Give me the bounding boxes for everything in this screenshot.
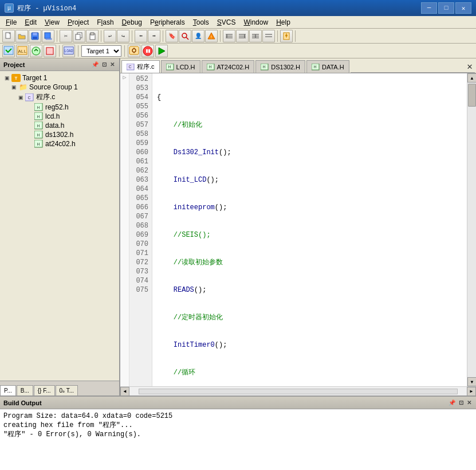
svg-text:H: H <box>168 65 171 69</box>
alert-button[interactable]: ! <box>205 30 218 42</box>
find-button[interactable] <box>179 30 191 42</box>
expander-target1[interactable]: ▣ <box>5 75 11 81</box>
minimize-button[interactable]: ─ <box>421 2 437 14</box>
tab-templates[interactable]: 0ₐ T... <box>56 385 78 395</box>
expander-source-group[interactable]: ▣ <box>11 84 18 90</box>
separator-4 <box>163 30 163 42</box>
svg-point-35 <box>32 47 40 55</box>
scroll-thumb[interactable] <box>468 84 476 107</box>
person-button[interactable]: 👤 <box>192 30 204 42</box>
tab-books[interactable]: B... <box>17 385 33 395</box>
menu-peripherals[interactable]: Peripherals <box>147 17 188 28</box>
tree-item-main-c[interactable]: ▣ C 程序.c <box>0 92 119 103</box>
tab-data-h[interactable]: H DATA.H <box>306 60 349 73</box>
svg-rect-7 <box>76 34 80 40</box>
scroll-up-button[interactable]: ▲ <box>467 73 476 83</box>
panel-float-button[interactable]: ⊡ <box>101 61 108 68</box>
cut-button[interactable]: ✂ <box>60 30 72 42</box>
svg-line-11 <box>186 37 188 40</box>
linenum-067: 067 <box>129 212 152 221</box>
build-button[interactable]: ALL <box>16 45 29 57</box>
fold-empty-063 <box>120 174 129 183</box>
linenum-071: 071 <box>129 249 152 258</box>
tree-item-source-group-1[interactable]: ▣ 📁 Source Group 1 <box>0 83 119 92</box>
outdent-button[interactable] <box>236 30 249 42</box>
tab-lcd-h-label: LCD.H <box>176 64 195 70</box>
outdent2-button[interactable] <box>262 30 275 42</box>
menu-tools[interactable]: Tools <box>190 17 213 28</box>
svg-point-29 <box>285 34 288 37</box>
menu-flash[interactable]: Flash <box>93 17 117 28</box>
fold-empty-072 <box>120 257 129 266</box>
menu-help[interactable]: Help <box>273 17 294 28</box>
build-float-button[interactable]: ⊡ <box>458 399 465 406</box>
paste-button[interactable] <box>86 30 99 42</box>
scroll-left-button[interactable]: ◀ <box>120 387 129 396</box>
build-pin-button[interactable]: 📌 <box>447 399 457 406</box>
tree-item-reg52[interactable]: ▸ H reg52.h <box>0 103 119 112</box>
bookmark-button[interactable]: 🔖 <box>166 30 178 42</box>
close-button[interactable]: ✕ <box>455 2 471 14</box>
menu-view[interactable]: View <box>41 17 63 28</box>
vertical-scrollbar[interactable]: ▲ ▼ <box>467 73 476 386</box>
maximize-button[interactable]: □ <box>438 2 454 14</box>
svg-text:H: H <box>37 105 40 109</box>
options-button[interactable] <box>128 45 140 57</box>
config-button[interactable] <box>280 30 293 42</box>
download-button[interactable]: LOAD <box>62 45 75 57</box>
folder-icon: 📁 <box>18 83 27 91</box>
save-all-button[interactable] <box>42 30 54 42</box>
tree-item-target1[interactable]: ▣ T Target 1 <box>0 73 119 83</box>
debug-stop-button[interactable] <box>155 45 168 57</box>
scroll-down-button[interactable]: ▼ <box>467 377 476 386</box>
nav-forward-button[interactable]: ➡ <box>148 30 160 42</box>
panel-pin-button[interactable]: 📌 <box>91 61 100 68</box>
tab-functions[interactable]: {} F... <box>34 385 55 395</box>
menu-debug[interactable]: Debug <box>119 17 145 28</box>
save-button[interactable] <box>29 30 41 42</box>
linenum-064: 064 <box>129 185 152 194</box>
menu-edit[interactable]: Edit <box>21 17 40 28</box>
code-line-062: //循环 <box>157 368 462 377</box>
menu-project[interactable]: Project <box>64 17 92 28</box>
tab-at24c02-h[interactable]: H AT24C02.H <box>202 60 255 73</box>
copy-button[interactable] <box>73 30 85 42</box>
scroll-right-button[interactable]: ▶ <box>467 387 476 396</box>
scroll-track[interactable] <box>467 83 476 377</box>
build-close-button[interactable]: ✕ <box>466 399 473 406</box>
target-selector[interactable]: Target 1 <box>81 45 121 57</box>
title-controls[interactable]: ─ □ ✕ <box>421 2 471 14</box>
indent2-button[interactable] <box>249 30 262 42</box>
tree-item-data[interactable]: ▸ H data.h <box>0 121 119 130</box>
compile-button[interactable] <box>2 45 15 57</box>
tree-item-lcd[interactable]: ▸ H lcd.h <box>0 112 119 121</box>
svg-text:H: H <box>263 65 266 69</box>
tab-main-c[interactable]: C 程序.c <box>121 60 160 73</box>
tree-item-ds1302[interactable]: ▸ H ds1302.h <box>0 130 119 139</box>
rebuild-button[interactable] <box>30 45 42 57</box>
tab-lcd-h-icon: H <box>166 64 174 70</box>
tab-lcd-h[interactable]: H LCD.H <box>161 60 200 73</box>
editor-close-button[interactable]: ✕ <box>467 61 473 72</box>
menu-window[interactable]: Window <box>240 17 272 28</box>
expander-main-c[interactable]: ▣ <box>18 95 25 100</box>
new-file-button[interactable] <box>2 30 15 42</box>
open-file-button[interactable] <box>15 30 28 42</box>
stop-build-button[interactable] <box>44 45 56 57</box>
redo-button[interactable]: ↪ <box>117 30 129 42</box>
horizontal-scrollbar[interactable]: ◀ ▶ <box>120 386 476 395</box>
undo-button[interactable]: ↩ <box>104 30 116 42</box>
line-numbers: 052 053 054 055 056 057 058 059 060 061 … <box>129 73 152 386</box>
panel-close-button[interactable]: ✕ <box>109 61 116 68</box>
menu-file[interactable]: File <box>2 17 20 28</box>
tree-item-at24c02[interactable]: ▸ H at24c02.h <box>0 139 119 148</box>
h-scroll-track[interactable] <box>139 389 458 394</box>
code-editor[interactable]: { //初始化 Ds1302_Init(); Init_LCD(); inite… <box>152 73 467 386</box>
tab-project[interactable]: P... <box>0 385 16 395</box>
nav-back-button[interactable]: ⬅ <box>135 30 147 42</box>
project-panel-header: Project 📌 ⊡ ✕ <box>0 58 119 71</box>
tab-ds1302-h[interactable]: H DS1302.H <box>255 60 305 73</box>
menu-svcs[interactable]: SVCS <box>214 17 239 28</box>
debug-start-button[interactable] <box>141 45 154 57</box>
indent-button[interactable] <box>223 30 235 42</box>
